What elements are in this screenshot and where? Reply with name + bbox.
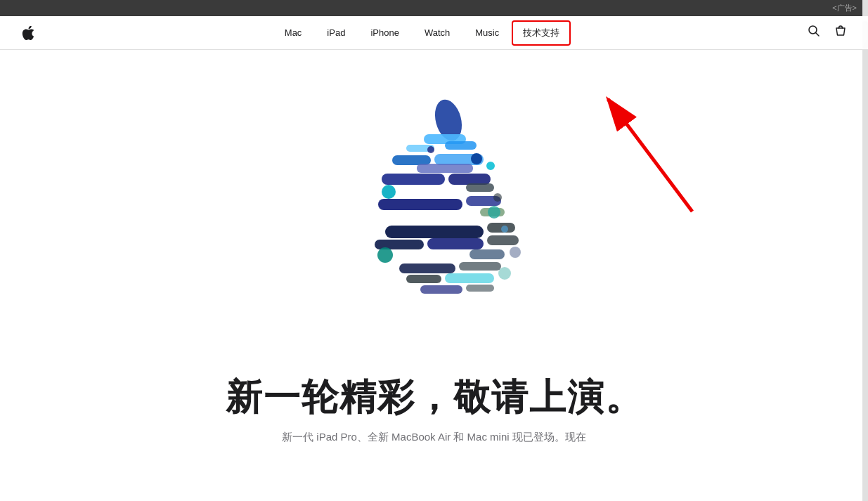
hero-headline: 新一轮精彩，敬请上演。 [226,373,643,422]
svg-rect-21 [385,226,484,238]
search-icon[interactable] [808,25,820,41]
svg-rect-30 [399,263,455,273]
apple-artwork [322,78,547,352]
svg-rect-33 [445,273,494,283]
svg-rect-16 [378,199,462,210]
svg-point-38 [493,193,502,202]
nav-item-watch[interactable]: Watch [412,16,462,50]
svg-rect-23 [375,240,424,249]
svg-rect-36 [466,285,494,292]
navigation: Mac iPad iPhone Watch Music 技术支持 [0,16,868,50]
ad-bar: <广告> [0,0,868,16]
svg-rect-32 [406,275,441,283]
nav-item-support[interactable]: 技术支持 [512,20,571,46]
svg-point-34 [498,267,511,280]
svg-point-37 [427,146,434,153]
nav-item-music[interactable]: Music [462,16,512,50]
nav-item-iphone[interactable]: iPhone [358,16,411,50]
svg-rect-8 [417,164,473,173]
apple-logo[interactable] [21,26,35,40]
hero-image-container [0,50,868,366]
svg-rect-18 [385,212,477,224]
svg-rect-13 [392,186,462,199]
svg-line-41 [608,99,692,212]
svg-rect-4 [445,141,477,150]
svg-point-28 [377,247,393,263]
svg-rect-27 [469,249,505,259]
scrollbar[interactable] [862,0,868,486]
svg-rect-24 [427,238,484,249]
arrow-annotation [587,85,727,226]
svg-rect-26 [389,251,466,262]
hero-subtitle: 新一代 iPad Pro、全新 MacBook Air 和 Mac mini 现… [282,431,586,444]
svg-rect-35 [420,285,462,294]
svg-line-1 [816,33,820,37]
nav-right [808,25,847,41]
svg-rect-6 [392,155,431,165]
nav-item-mac[interactable]: Mac [272,16,315,50]
bag-icon[interactable] [834,25,847,41]
svg-point-29 [510,247,521,258]
svg-rect-11 [382,174,445,185]
svg-point-10 [486,162,495,170]
svg-point-20 [488,206,500,219]
svg-point-9 [471,153,482,164]
svg-point-39 [501,226,508,233]
svg-rect-14 [466,183,494,192]
svg-rect-31 [459,262,501,271]
svg-rect-22 [487,223,515,233]
svg-point-15 [382,185,396,199]
nav-item-ipad[interactable]: iPad [314,16,358,50]
svg-rect-12 [448,174,491,185]
ad-text: <广告> [832,4,857,12]
nav-items: Mac iPad iPhone Watch Music 技术支持 [35,16,808,50]
main-content: 新一轮精彩，敬请上演。 新一代 iPad Pro、全新 MacBook Air … [0,50,868,486]
svg-rect-25 [487,235,519,245]
